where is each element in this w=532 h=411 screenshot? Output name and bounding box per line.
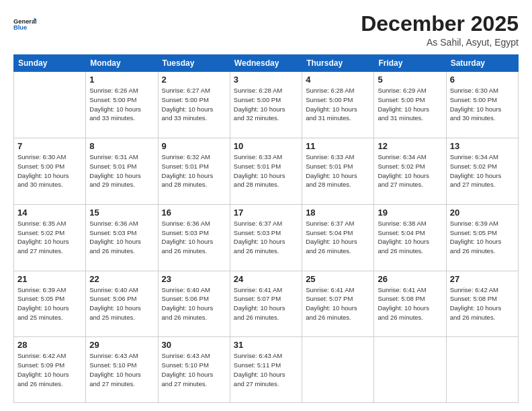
day-info: Sunrise: 6:41 AM Sunset: 5:08 PM Dayligh… (378, 285, 442, 322)
day-info: Sunrise: 6:31 AM Sunset: 5:01 PM Dayligh… (89, 152, 154, 189)
day-number: 29 (89, 340, 154, 350)
day-info: Sunrise: 6:43 AM Sunset: 5:10 PM Dayligh… (162, 351, 226, 388)
day-info: Sunrise: 6:43 AM Sunset: 5:11 PM Dayligh… (234, 351, 298, 388)
day-number: 10 (234, 141, 298, 151)
day-info: Sunrise: 6:42 AM Sunset: 5:08 PM Dayligh… (450, 285, 515, 322)
day-number: 12 (378, 141, 442, 151)
day-info: Sunrise: 6:30 AM Sunset: 5:00 PM Dayligh… (450, 86, 515, 123)
title-block: December 2025 As Sahil, Asyut, Egypt (361, 12, 519, 48)
month-year: December 2025 (361, 12, 519, 36)
day-info: Sunrise: 6:43 AM Sunset: 5:10 PM Dayligh… (89, 351, 154, 388)
calendar-cell: 7Sunrise: 6:30 AM Sunset: 5:00 PM Daylig… (14, 138, 86, 204)
week-row-0: 1Sunrise: 6:26 AM Sunset: 5:00 PM Daylig… (14, 72, 519, 138)
calendar: SundayMondayTuesdayWednesdayThursdayFrid… (13, 54, 519, 403)
day-number: 20 (450, 208, 515, 218)
day-info: Sunrise: 6:27 AM Sunset: 5:00 PM Dayligh… (162, 86, 226, 123)
day-number: 15 (89, 208, 154, 218)
day-info: Sunrise: 6:29 AM Sunset: 5:00 PM Dayligh… (378, 86, 442, 123)
calendar-cell: 24Sunrise: 6:41 AM Sunset: 5:07 PM Dayli… (230, 271, 302, 337)
calendar-cell: 22Sunrise: 6:40 AM Sunset: 5:06 PM Dayli… (86, 271, 158, 337)
calendar-cell: 23Sunrise: 6:40 AM Sunset: 5:06 PM Dayli… (158, 271, 230, 337)
calendar-cell: 20Sunrise: 6:39 AM Sunset: 5:05 PM Dayli… (446, 204, 518, 271)
weekday-thursday: Thursday (302, 55, 374, 72)
day-info: Sunrise: 6:40 AM Sunset: 5:06 PM Dayligh… (89, 285, 154, 322)
day-number: 6 (450, 75, 515, 85)
weekday-tuesday: Tuesday (158, 55, 230, 72)
day-number: 28 (17, 340, 82, 350)
page: General Blue December 2025 As Sahil, Asy… (0, 0, 532, 411)
calendar-cell: 14Sunrise: 6:35 AM Sunset: 5:02 PM Dayli… (14, 204, 86, 271)
day-info: Sunrise: 6:36 AM Sunset: 5:03 PM Dayligh… (89, 219, 154, 256)
calendar-cell: 25Sunrise: 6:41 AM Sunset: 5:07 PM Dayli… (302, 271, 374, 337)
logo-svg: General Blue (13, 12, 36, 36)
day-info: Sunrise: 6:42 AM Sunset: 5:09 PM Dayligh… (17, 351, 82, 388)
day-number: 22 (89, 274, 154, 284)
weekday-saturday: Saturday (446, 55, 518, 72)
calendar-cell: 18Sunrise: 6:37 AM Sunset: 5:04 PM Dayli… (302, 204, 374, 271)
header: General Blue December 2025 As Sahil, Asy… (13, 12, 519, 48)
day-info: Sunrise: 6:38 AM Sunset: 5:04 PM Dayligh… (378, 219, 442, 256)
calendar-cell (302, 337, 374, 403)
day-info: Sunrise: 6:34 AM Sunset: 5:02 PM Dayligh… (450, 152, 515, 189)
day-info: Sunrise: 6:37 AM Sunset: 5:04 PM Dayligh… (306, 219, 370, 256)
calendar-cell: 9Sunrise: 6:32 AM Sunset: 5:01 PM Daylig… (158, 138, 230, 204)
weekday-header-row: SundayMondayTuesdayWednesdayThursdayFrid… (14, 55, 519, 72)
week-row-4: 28Sunrise: 6:42 AM Sunset: 5:09 PM Dayli… (14, 337, 519, 403)
week-row-1: 7Sunrise: 6:30 AM Sunset: 5:00 PM Daylig… (14, 138, 519, 204)
calendar-cell: 27Sunrise: 6:42 AM Sunset: 5:08 PM Dayli… (446, 271, 518, 337)
svg-text:Blue: Blue (13, 24, 27, 31)
day-info: Sunrise: 6:40 AM Sunset: 5:06 PM Dayligh… (162, 285, 226, 322)
calendar-cell: 30Sunrise: 6:43 AM Sunset: 5:10 PM Dayli… (158, 337, 230, 403)
calendar-cell: 29Sunrise: 6:43 AM Sunset: 5:10 PM Dayli… (86, 337, 158, 403)
day-number: 7 (17, 141, 82, 151)
calendar-cell: 11Sunrise: 6:33 AM Sunset: 5:01 PM Dayli… (302, 138, 374, 204)
day-info: Sunrise: 6:32 AM Sunset: 5:01 PM Dayligh… (162, 152, 226, 189)
day-info: Sunrise: 6:36 AM Sunset: 5:03 PM Dayligh… (162, 219, 226, 256)
calendar-cell: 19Sunrise: 6:38 AM Sunset: 5:04 PM Dayli… (374, 204, 446, 271)
day-number: 5 (378, 75, 442, 85)
day-info: Sunrise: 6:28 AM Sunset: 5:00 PM Dayligh… (234, 86, 298, 123)
location: As Sahil, Asyut, Egypt (361, 37, 519, 48)
day-number: 9 (162, 141, 226, 151)
calendar-cell: 10Sunrise: 6:33 AM Sunset: 5:01 PM Dayli… (230, 138, 302, 204)
calendar-cell: 8Sunrise: 6:31 AM Sunset: 5:01 PM Daylig… (86, 138, 158, 204)
calendar-cell: 2Sunrise: 6:27 AM Sunset: 5:00 PM Daylig… (158, 72, 230, 138)
weekday-monday: Monday (86, 55, 158, 72)
week-row-3: 21Sunrise: 6:39 AM Sunset: 5:05 PM Dayli… (14, 271, 519, 337)
day-number: 26 (378, 274, 442, 284)
calendar-cell: 6Sunrise: 6:30 AM Sunset: 5:00 PM Daylig… (446, 72, 518, 138)
day-number: 19 (378, 208, 442, 218)
day-number: 23 (162, 274, 226, 284)
calendar-cell: 15Sunrise: 6:36 AM Sunset: 5:03 PM Dayli… (86, 204, 158, 271)
day-number: 2 (162, 75, 226, 85)
day-info: Sunrise: 6:33 AM Sunset: 5:01 PM Dayligh… (306, 152, 370, 189)
calendar-cell: 28Sunrise: 6:42 AM Sunset: 5:09 PM Dayli… (14, 337, 86, 403)
calendar-cell (14, 72, 86, 138)
calendar-cell: 31Sunrise: 6:43 AM Sunset: 5:11 PM Dayli… (230, 337, 302, 403)
calendar-cell: 16Sunrise: 6:36 AM Sunset: 5:03 PM Dayli… (158, 204, 230, 271)
day-number: 31 (234, 340, 298, 350)
week-row-2: 14Sunrise: 6:35 AM Sunset: 5:02 PM Dayli… (14, 204, 519, 271)
calendar-cell: 13Sunrise: 6:34 AM Sunset: 5:02 PM Dayli… (446, 138, 518, 204)
day-info: Sunrise: 6:26 AM Sunset: 5:00 PM Dayligh… (89, 86, 154, 123)
day-number: 11 (306, 141, 370, 151)
day-number: 18 (306, 208, 370, 218)
calendar-cell: 12Sunrise: 6:34 AM Sunset: 5:02 PM Dayli… (374, 138, 446, 204)
weekday-sunday: Sunday (14, 55, 86, 72)
day-info: Sunrise: 6:34 AM Sunset: 5:02 PM Dayligh… (378, 152, 442, 189)
day-info: Sunrise: 6:28 AM Sunset: 5:00 PM Dayligh… (306, 86, 370, 123)
weekday-friday: Friday (374, 55, 446, 72)
day-number: 1 (89, 75, 154, 85)
day-info: Sunrise: 6:41 AM Sunset: 5:07 PM Dayligh… (306, 285, 370, 322)
day-number: 21 (17, 274, 82, 284)
day-info: Sunrise: 6:39 AM Sunset: 5:05 PM Dayligh… (17, 285, 82, 322)
calendar-cell: 17Sunrise: 6:37 AM Sunset: 5:03 PM Dayli… (230, 204, 302, 271)
day-number: 16 (162, 208, 226, 218)
day-info: Sunrise: 6:35 AM Sunset: 5:02 PM Dayligh… (17, 219, 82, 256)
day-number: 25 (306, 274, 370, 284)
calendar-cell: 5Sunrise: 6:29 AM Sunset: 5:00 PM Daylig… (374, 72, 446, 138)
day-number: 27 (450, 274, 515, 284)
day-number: 17 (234, 208, 298, 218)
day-info: Sunrise: 6:33 AM Sunset: 5:01 PM Dayligh… (234, 152, 298, 189)
logo: General Blue (13, 12, 36, 36)
